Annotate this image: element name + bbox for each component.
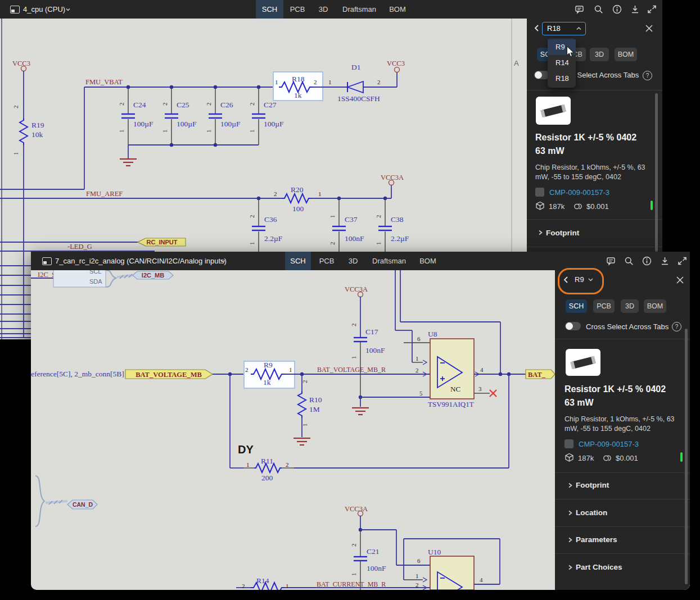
section-part-choices[interactable]: Part Choices [576, 563, 622, 571]
download-icon[interactable] [630, 4, 640, 14]
pin-number: 1 [246, 461, 250, 468]
expand-icon[interactable] [647, 4, 657, 14]
pin-number: 2 [161, 103, 168, 106]
dropdown-item-r18[interactable]: R18 [548, 71, 576, 87]
section-parameters[interactable]: Parameters [576, 535, 617, 544]
chevron-down-icon[interactable] [221, 259, 225, 263]
ref-u10: U10 [428, 548, 441, 556]
panel-tab-pcb[interactable]: PCB [593, 299, 615, 313]
cross-select-toggle[interactable] [565, 322, 581, 330]
pin-number: 6 [417, 557, 421, 564]
stock-count: 187k [549, 202, 564, 211]
val-r18: 1k [294, 91, 302, 99]
stock-icon [535, 201, 545, 211]
panel-scrollbar[interactable] [685, 329, 688, 584]
component-checkbox[interactable] [564, 439, 573, 448]
info-icon[interactable] [612, 4, 622, 14]
bottom-document-title[interactable]: 7_can_rc_i2c_analog (CAN/RCIN/I2C/Analog… [55, 257, 227, 265]
pin-number: 1 [205, 130, 212, 133]
val-r11: 200 [261, 474, 273, 482]
component-checkbox[interactable] [535, 188, 544, 197]
val-r9: 1k [263, 378, 271, 387]
pin-number: 1 [318, 190, 322, 197]
pin-number: 1 [118, 130, 125, 133]
section-footprint[interactable]: Footprint [546, 229, 579, 237]
pin-number: 2 [245, 366, 249, 373]
help-icon[interactable]: ? [672, 322, 681, 331]
chevron-right-icon [567, 510, 573, 516]
chevron-down-icon[interactable] [66, 7, 70, 12]
download-icon[interactable] [660, 256, 670, 266]
val-r10: 1M [309, 405, 320, 413]
top-document-title[interactable]: 4_cpu (CPU) [23, 5, 65, 13]
val-c17: 100nF [365, 346, 385, 354]
search-icon[interactable] [624, 256, 634, 266]
top-tab-bom[interactable]: BOM [386, 0, 409, 19]
bottom-tab-bom[interactable]: BOM [416, 252, 440, 270]
net-label-vcc3-left: VCC3 [12, 60, 30, 67]
expand-icon[interactable] [678, 256, 687, 266]
comment-icon[interactable] [575, 4, 584, 14]
pin-number: 3 [478, 385, 482, 392]
pin-number: 4 [480, 576, 483, 583]
top-tab-sch[interactable]: SCH [256, 0, 283, 19]
ref-d1: D1 [351, 63, 361, 71]
window-7-can: 7_can_rc_i2c_analog (CAN/RCIN/I2C/Analog… [31, 252, 690, 590]
val-c24: 100µF [133, 120, 153, 128]
top-tab-draftsman[interactable]: Draftsman [336, 0, 382, 19]
bottom-tab-3d[interactable]: 3D [344, 252, 363, 270]
pin-number: 2 [416, 367, 419, 374]
bus-label-i2c-mb-text: I2C_MB [142, 272, 164, 279]
price-value: $0.001 [586, 202, 609, 211]
component-title-line2: 63 mW [564, 398, 594, 408]
section-location[interactable]: Location [576, 508, 607, 517]
net-label-bat-voltage-mb-r: BAT_VOLTAGE_MB_R [317, 366, 386, 374]
component-desc-line1: Chip Resistor, 1 kOhms, +/-5 %, 63 [564, 415, 675, 423]
top-tab-pcb[interactable]: PCB [286, 0, 309, 19]
search-icon[interactable] [594, 4, 603, 14]
designator-selector[interactable]: R18 [542, 22, 586, 35]
ref-r9: R9 [264, 361, 273, 369]
info-icon[interactable] [642, 256, 652, 266]
price-icon [573, 201, 583, 211]
bus-label-can-d-text: CAN_D [73, 501, 93, 508]
section-footprint[interactable]: Footprint [576, 481, 609, 489]
bottom-schematic-canvas[interactable]: I2C_SDA_MB SCL SDA I2C_MB eference[5C], … [31, 270, 555, 590]
help-icon[interactable]: ? [643, 71, 652, 80]
net-label-vcc3a-1: VCC3A [345, 285, 368, 293]
comment-icon[interactable] [606, 256, 616, 266]
pin-number: 1 [375, 242, 382, 246]
top-tab-3d[interactable]: 3D [314, 0, 333, 19]
pin-number: 2 [350, 324, 357, 327]
panel-scrollbar[interactable] [655, 93, 658, 252]
pin-number: 1 [12, 152, 19, 156]
bottom-tab-pcb[interactable]: PCB [315, 252, 338, 270]
part-number-link[interactable]: CMP-009-00157-3 [579, 440, 639, 448]
panel-tab-3d[interactable]: 3D [621, 299, 639, 313]
pin-number: 1 [416, 355, 419, 362]
dropdown-item-r14[interactable]: R14 [548, 55, 576, 71]
bottom-tab-draftsman[interactable]: Draftsman [365, 252, 413, 270]
ref-u8: U8 [428, 330, 437, 338]
ref-c37: C37 [345, 215, 358, 224]
back-icon[interactable] [533, 24, 541, 32]
part-number-link[interactable]: CMP-009-00157-3 [549, 188, 609, 197]
component-u10[interactable] [430, 556, 474, 590]
val-r20: 100 [292, 204, 304, 213]
panel-tab-sch[interactable]: SCH [566, 299, 587, 313]
chevron-right-icon [567, 565, 573, 570]
val-c38: 2.2µF [391, 234, 409, 243]
panel-tab-3d[interactable]: 3D [590, 48, 609, 61]
val-c25: 100µF [177, 120, 197, 128]
panel-tab-bom[interactable]: BOM [615, 48, 637, 61]
pin-number: 1 [249, 130, 255, 133]
price-value: $0.001 [616, 454, 638, 462]
val-c36: 2.2µF [264, 234, 283, 243]
ref-c38: C38 [391, 215, 404, 224]
panel-tab-bom[interactable]: BOM [644, 299, 666, 313]
close-icon[interactable] [645, 25, 653, 32]
val-u8: TSV991AIQ1T [428, 400, 474, 408]
ref-r14: R14 [256, 576, 269, 585]
close-icon[interactable] [676, 276, 684, 284]
bottom-tab-sch[interactable]: SCH [285, 252, 311, 270]
